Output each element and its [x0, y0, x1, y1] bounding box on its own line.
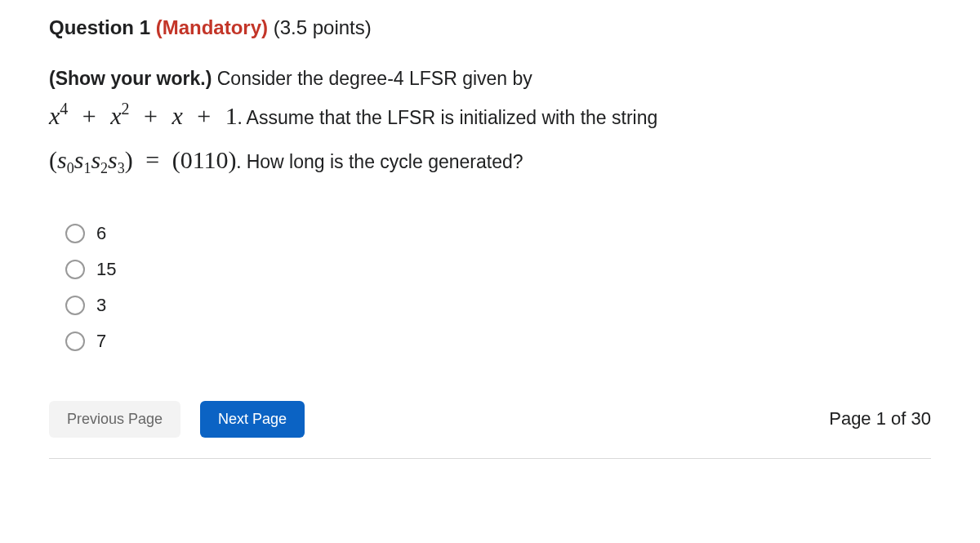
- points-label: (3.5 points): [274, 16, 372, 38]
- option-6[interactable]: 6: [65, 223, 931, 244]
- question-number: Question 1: [49, 16, 150, 38]
- assume-text: Assume that the LFSR is initialized with…: [243, 107, 658, 128]
- option-label: 3: [96, 295, 106, 316]
- intro-text: Consider the degree-4 LFSR given by: [212, 68, 532, 89]
- options-group: 6 15 3 7: [49, 223, 931, 352]
- radio-icon: [65, 296, 85, 315]
- math-state: (s0s1s2s3) = (0110). How long is the cyc…: [49, 138, 931, 182]
- page-indicator: Page 1 of 30: [829, 408, 931, 430]
- option-15[interactable]: 15: [65, 259, 931, 280]
- nav-row: Previous Page Next Page Page 1 of 30: [49, 401, 931, 459]
- how-long-text: How long is the cycle generated?: [241, 151, 523, 172]
- question-body: (Show your work.) Consider the degree-4 …: [49, 64, 931, 182]
- option-label: 15: [96, 259, 116, 280]
- option-label: 7: [96, 331, 106, 352]
- radio-icon: [65, 260, 85, 279]
- question-header: Question 1 (Mandatory) (3.5 points): [49, 16, 931, 39]
- option-3[interactable]: 3: [65, 295, 931, 316]
- option-7[interactable]: 7: [65, 331, 931, 352]
- show-work-label: (Show your work.): [49, 68, 212, 89]
- option-label: 6: [96, 223, 106, 244]
- radio-icon: [65, 332, 85, 351]
- mandatory-label: (Mandatory): [156, 16, 268, 38]
- radio-icon: [65, 224, 85, 243]
- math-polynomial: x4 + x2 + x + 1. Assume that the LFSR is…: [49, 94, 931, 138]
- next-page-button[interactable]: Next Page: [200, 401, 305, 438]
- previous-page-button[interactable]: Previous Page: [49, 401, 180, 438]
